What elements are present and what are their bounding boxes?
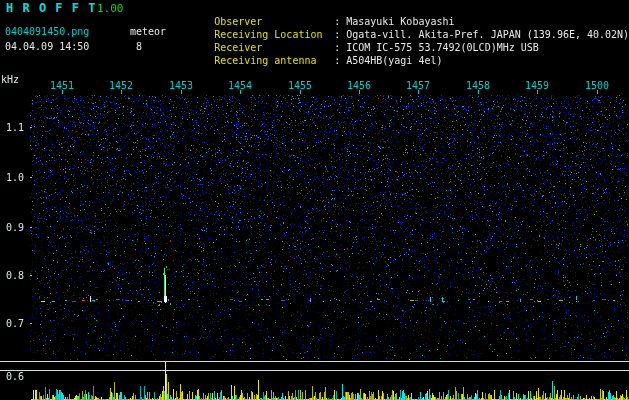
y-tick-label: 0.8 xyxy=(6,270,24,282)
y-tick-label: 0.7 xyxy=(6,318,24,330)
info-row-observer: Observer: Masayuki Kobayashi xyxy=(178,2,629,15)
info-label: Receiver xyxy=(214,41,334,54)
info-value: : ICOM IC-575 53.7492(0LCD)MHz USB xyxy=(334,42,539,53)
info-label: Receiving Location xyxy=(214,28,334,41)
observation-datetime: 04.04.09 14:50 xyxy=(5,41,89,53)
x-tick-label: 1451 xyxy=(50,80,74,92)
x-tick-label: 1454 xyxy=(228,80,252,92)
info-value: : Masayuki Kobayashi xyxy=(334,16,454,27)
info-value: : Ogata-vill. Akita-Pref. JAPAN (139.96E… xyxy=(334,29,629,40)
x-tick-label: 1455 xyxy=(288,80,312,92)
echo-count: 8 xyxy=(136,41,142,53)
y-tick-label: 0.6 xyxy=(6,371,24,383)
y-tick-label: 1.0 xyxy=(6,172,24,184)
x-tick-label: 1452 xyxy=(109,80,133,92)
y-tick-label: 1.1 xyxy=(6,122,24,134)
spectrogram-canvas xyxy=(0,70,629,400)
x-tick-label: 1456 xyxy=(347,80,371,92)
info-label: Observer xyxy=(214,15,334,28)
x-tick-label: 1500 xyxy=(585,80,609,92)
app-title: H R O F F T xyxy=(6,2,96,14)
x-tick-label: 1453 xyxy=(169,80,193,92)
hrofft-screen: H R O F F T 1.00 0404091450.png meteor 0… xyxy=(0,0,629,400)
y-tick-label: 0.9 xyxy=(6,222,24,234)
station-info: Observer: Masayuki Kobayashi Receiving L… xyxy=(178,2,629,54)
x-tick-label: 1459 xyxy=(525,80,549,92)
app-version: 1.00 xyxy=(97,3,124,15)
info-label: Receiving antenna xyxy=(214,54,334,67)
output-filename: 0404091450.png xyxy=(5,26,89,38)
x-tick-label: 1458 xyxy=(466,80,490,92)
x-tick-label: 1457 xyxy=(406,80,430,92)
observation-mode: meteor xyxy=(130,26,166,38)
info-value: : A504HB(yagi 4el) xyxy=(334,55,442,66)
frequency-unit-label: kHz xyxy=(1,74,19,86)
